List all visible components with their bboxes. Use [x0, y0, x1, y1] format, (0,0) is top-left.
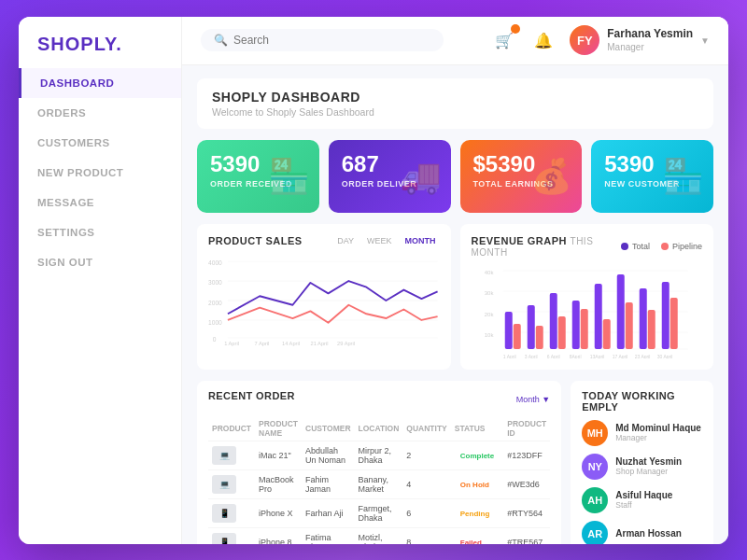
tab-day[interactable]: DAY	[333, 235, 358, 246]
customer-name: Fatima Khatun	[302, 527, 355, 544]
search-input[interactable]	[233, 34, 430, 47]
svg-rect-29	[557, 316, 565, 349]
product-thumb: 📱	[212, 533, 236, 544]
svg-rect-32	[594, 284, 601, 349]
page-subtitle: Welcome to Shoply Sales Dashboard	[212, 106, 698, 118]
table-row: 💻 iMac 21" Abdullah Un Noman Mirpur 2, D…	[208, 441, 550, 469]
col-customer: Customer	[302, 416, 355, 441]
emp-role: Staff	[615, 500, 702, 510]
svg-rect-26	[527, 305, 534, 349]
tab-week[interactable]: WEEK	[363, 235, 396, 246]
emp-role: Shop Manager	[615, 467, 702, 476]
tab-month[interactable]: MONTH	[402, 235, 440, 246]
product-thumb: 💻	[212, 475, 236, 494]
stat-icon-total-earnings: 💰	[530, 157, 572, 196]
emp-avatar: MH	[582, 420, 608, 446]
table-row: 💻 MacBook Pro Fahim Jaman Banany, Market…	[208, 469, 550, 498]
dashboard-header: SHOPLY DASHBOARD Welcome to Shoply Sales…	[197, 78, 713, 129]
location: Mirpur 2, Dhaka	[355, 441, 403, 469]
svg-rect-36	[639, 288, 646, 349]
svg-rect-37	[647, 310, 655, 349]
location: Farmget, Dhaka	[355, 498, 403, 527]
svg-rect-39	[669, 298, 677, 349]
svg-text:30 April: 30 April	[656, 354, 672, 358]
product-id: #123DFF	[503, 441, 550, 469]
revenue-legend: Total Pipeline	[621, 242, 702, 251]
svg-text:4000: 4000	[208, 259, 222, 265]
logo-text: SHOPLY.	[37, 34, 122, 54]
status-badge: On Hold	[455, 479, 495, 491]
col-status: Status	[451, 416, 503, 441]
sidebar-item-sign-out[interactable]: SIGN OUT	[19, 247, 181, 277]
employees-title: TODAY WORKING EMPLY	[582, 390, 702, 413]
stat-card-total-earnings: $5390 TOTAL EARNINGS 💰	[460, 140, 583, 213]
svg-text:1 April: 1 April	[502, 354, 515, 358]
user-name: Farhana Yesmin	[607, 26, 693, 42]
employees-card: TODAY WORKING EMPLY MH Md Mominul Haque …	[571, 381, 713, 544]
svg-text:40k: 40k	[484, 270, 494, 275]
sidebar-item-new-product[interactable]: NEW PRODUCT	[19, 158, 181, 188]
sidebar-item-customers[interactable]: CUSTOMERS	[19, 128, 181, 158]
revenue-graph-title: REVENUE GRAPH THIS MONTH	[472, 235, 621, 258]
search-box[interactable]: 🔍	[201, 29, 444, 51]
svg-text:1 April: 1 April	[224, 340, 239, 345]
list-item: MH Md Mominul Haque Manager	[582, 420, 702, 446]
stat-card-new-customer: 5390 NEW CUSTOMER 🏪	[591, 140, 713, 213]
svg-text:6 April: 6 April	[546, 354, 559, 358]
svg-text:0: 0	[213, 335, 217, 342]
orders-table: Product Product Name Customer Location Q…	[208, 416, 550, 544]
product-name: iPhone X	[255, 498, 302, 527]
quantity: 6	[402, 498, 450, 527]
svg-rect-25	[513, 324, 520, 349]
list-item: AR Arman Hossan	[582, 521, 702, 544]
col-product: Product	[208, 416, 255, 441]
sidebar-item-settings[interactable]: SETTINGS	[19, 217, 181, 247]
product-name: iPhone 8	[255, 527, 302, 544]
location: Motizl, Dhaka	[355, 527, 403, 544]
svg-rect-27	[535, 326, 543, 349]
svg-rect-30	[571, 301, 579, 349]
sidebar-item-message[interactable]: MESSAGE	[19, 188, 181, 217]
status-badge: Pending	[455, 508, 496, 520]
bell-icon[interactable]: 🔔	[530, 27, 557, 53]
svg-text:1000: 1000	[208, 318, 222, 325]
svg-text:10k: 10k	[484, 332, 494, 338]
logo: SHOPLY.	[19, 17, 181, 68]
svg-rect-33	[602, 319, 610, 349]
stat-icon-new-customer: 🏪	[662, 157, 704, 196]
svg-rect-34	[616, 274, 624, 349]
svg-text:30k: 30k	[484, 290, 494, 296]
notification-icon[interactable]: 🛒	[491, 27, 517, 53]
svg-text:3 April: 3 April	[524, 354, 537, 358]
list-item: NY Nuzhat Yesmin Shop Manager	[582, 454, 702, 480]
dashboard-area: SHOPLY DASHBOARD Welcome to Shoply Sales…	[182, 65, 728, 544]
customer-name: Fahim Jaman	[302, 469, 355, 498]
legend-total: Total	[621, 242, 650, 251]
status-badge: Failed	[455, 537, 487, 544]
col-product-id: Product ID	[503, 416, 550, 441]
main-content: 🔍 🛒 🔔 FY Farhana Yesmin Manager	[182, 17, 728, 544]
svg-rect-24	[504, 312, 512, 349]
sidebar-item-orders[interactable]: ORDERS	[19, 98, 181, 128]
svg-text:8April: 8April	[569, 354, 581, 358]
emp-avatar: AR	[582, 521, 608, 544]
status-badge: Complete	[455, 450, 500, 462]
month-selector[interactable]: Month ▼	[516, 395, 550, 404]
emp-name: Md Mominul Haque	[615, 423, 702, 433]
stat-icon-order-deliver: 🚚	[400, 157, 442, 196]
line-chart: 4000 3000 2000 1000 0	[208, 254, 440, 347]
product-id: #WE3d6	[503, 469, 550, 498]
chevron-down-icon: ▼	[700, 35, 710, 46]
svg-text:7 April: 7 April	[255, 340, 270, 345]
svg-text:21 April: 21 April	[310, 340, 328, 345]
quantity: 4	[402, 469, 450, 498]
cart-badge	[511, 24, 520, 34]
svg-text:2000: 2000	[208, 299, 222, 305]
sidebar-item-dashboard[interactable]: DASHBOARD	[19, 68, 181, 98]
product-name: iMac 21"	[255, 441, 302, 469]
emp-name: Nuzhat Yesmin	[615, 456, 702, 467]
line-chart-svg: 4000 3000 2000 1000 0	[208, 254, 440, 347]
product-sales-tabs: DAY WEEK MONTH	[333, 235, 439, 246]
user-info[interactable]: FY Farhana Yesmin Manager ▼	[570, 25, 710, 55]
stat-card-order-deliver: 687 ORDER DELIVER 🚚	[329, 140, 451, 213]
